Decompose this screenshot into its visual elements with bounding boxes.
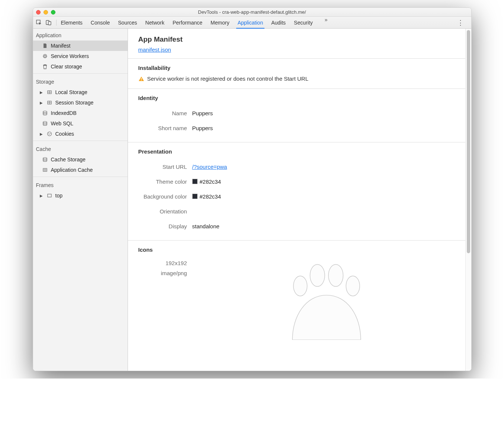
installability-warning: Service worker is not registered or does… <box>138 75 461 82</box>
sidebar-item-clear-storage[interactable]: Clear storage <box>33 61 128 72</box>
sidebar-item-label: top <box>55 193 62 199</box>
tab-network[interactable]: Network <box>145 17 164 28</box>
sidebar-item-label: IndexedDB <box>51 110 77 116</box>
chevron-right-icon: ▶ <box>40 132 44 136</box>
grid-icon <box>46 89 52 95</box>
sidebar-item-label: Web SQL <box>51 120 73 126</box>
chevron-right-icon: ▶ <box>40 90 44 94</box>
bg-color-swatch <box>192 194 198 199</box>
titlebar: DevTools - cra-web-app-manifest-defaut.g… <box>33 8 471 17</box>
sidebar-section-application: Application <box>33 29 128 41</box>
chevron-right-icon: ▶ <box>40 194 44 198</box>
svg-rect-28 <box>48 194 51 197</box>
sidebar-item-websql[interactable]: Web SQL <box>33 118 128 129</box>
tab-sources[interactable]: Sources <box>118 17 137 28</box>
identity-name-value: Puppers <box>192 110 213 116</box>
identity-panel: Identity Name Puppers Short name Puppers <box>128 89 471 142</box>
sidebar-item-label: Session Storage <box>55 100 94 106</box>
tab-audits[interactable]: Audits <box>271 17 286 28</box>
svg-point-24 <box>43 158 47 159</box>
svg-point-31 <box>293 276 307 296</box>
icons-title: Icons <box>138 247 461 253</box>
tab-security[interactable]: Security <box>294 17 313 28</box>
trash-icon <box>42 64 48 70</box>
file-icon <box>42 43 48 49</box>
sidebar-item-manifest[interactable]: Manifest <box>33 41 128 51</box>
svg-point-33 <box>328 264 343 286</box>
orientation-label: Orientation <box>138 208 192 215</box>
warning-icon <box>138 76 144 82</box>
svg-line-11 <box>46 55 46 55</box>
identity-name-label: Name <box>138 110 192 116</box>
sidebar-item-cache-storage[interactable]: Cache Storage <box>33 154 128 165</box>
manifest-link[interactable]: manifest.json <box>138 46 171 53</box>
sidebar-item-label: Service Workers <box>51 53 89 59</box>
warning-text: Service worker is not registered or does… <box>147 75 309 82</box>
sidebar-item-label: Manifest <box>51 43 71 49</box>
svg-point-18 <box>43 111 47 113</box>
sidebar-item-label: Cookies <box>55 131 74 137</box>
tab-application[interactable]: Application <box>238 17 263 28</box>
theme-color-label: Theme color <box>138 178 192 185</box>
tab-elements[interactable]: Elements <box>61 17 83 28</box>
cookie-icon <box>46 131 52 137</box>
sidebar-item-top-frame[interactable]: ▶ top <box>33 190 128 201</box>
grid-icon <box>46 100 52 106</box>
icon-mime: image/png <box>138 268 187 278</box>
sidebar-item-label: Cache Storage <box>51 157 86 162</box>
svg-point-23 <box>49 134 49 135</box>
start-url-link[interactable]: /?source=pwa <box>192 164 227 170</box>
svg-point-21 <box>48 133 49 133</box>
sidebar-section-frames: Frames <box>33 178 128 190</box>
chevron-right-icon: ▶ <box>40 101 44 105</box>
sidebar-item-label: Application Cache <box>51 167 93 173</box>
database-icon <box>42 120 48 126</box>
scrollbar-thumb[interactable] <box>467 30 470 253</box>
vertical-scrollbar[interactable] <box>465 29 471 371</box>
tab-memory[interactable]: Memory <box>211 17 229 28</box>
presentation-title: Presentation <box>138 148 461 155</box>
devtools-tabs: Elements Console Sources Network Perform… <box>61 17 453 28</box>
sidebar-item-session-storage[interactable]: ▶ Session Storage <box>33 97 128 108</box>
gear-icon <box>42 53 48 59</box>
display-value: standalone <box>192 223 219 229</box>
sidebar-item-label: Local Storage <box>55 89 87 95</box>
svg-point-19 <box>43 122 47 123</box>
display-label: Display <box>138 223 192 229</box>
sidebar-section-cache: Cache <box>33 142 128 154</box>
sidebar-item-indexeddb[interactable]: IndexedDB <box>33 108 128 118</box>
icons-panel: Icons 192x192 image/png <box>128 241 471 340</box>
identity-shortname-value: Puppers <box>192 125 213 131</box>
settings-menu-button[interactable]: ⋮ <box>453 19 468 27</box>
page-title: App Manifest <box>128 29 471 46</box>
tab-performance[interactable]: Performance <box>173 17 202 28</box>
identity-shortname-label: Short name <box>138 125 192 131</box>
frame-icon <box>46 193 52 199</box>
svg-line-9 <box>46 57 46 58</box>
devtools-toolbar: Elements Console Sources Network Perform… <box>33 17 471 29</box>
svg-rect-2 <box>48 22 51 25</box>
sidebar-item-cookies[interactable]: ▶ Cookies <box>33 129 128 139</box>
minimize-window-button[interactable] <box>44 10 48 15</box>
svg-point-32 <box>310 264 325 286</box>
svg-rect-30 <box>141 80 142 81</box>
close-window-button[interactable] <box>36 10 41 15</box>
svg-line-8 <box>43 55 44 55</box>
sidebar-item-application-cache[interactable]: Application Cache <box>33 165 128 175</box>
presentation-panel: Presentation Start URL /?source=pwa Them… <box>128 142 471 240</box>
sidebar-item-local-storage[interactable]: ▶ Local Storage <box>33 87 128 97</box>
window-title: DevTools - cra-web-app-manifest-defaut.g… <box>33 9 471 15</box>
start-url-label: Start URL <box>138 164 192 170</box>
devtools-window: DevTools - cra-web-app-manifest-defaut.g… <box>33 7 472 371</box>
sidebar-section-storage: Storage <box>33 75 128 87</box>
sidebar-item-service-workers[interactable]: Service Workers <box>33 51 128 61</box>
inspect-element-icon[interactable] <box>36 20 42 26</box>
icon-meta: 192x192 image/png <box>138 258 192 278</box>
tab-console[interactable]: Console <box>91 17 110 28</box>
manifest-link-row: manifest.json <box>128 46 471 58</box>
toggle-device-toolbar-icon[interactable] <box>46 20 52 26</box>
svg-point-34 <box>346 276 360 296</box>
database-icon <box>42 110 48 116</box>
zoom-window-button[interactable] <box>51 10 55 15</box>
more-tabs-button[interactable]: » <box>321 17 331 28</box>
